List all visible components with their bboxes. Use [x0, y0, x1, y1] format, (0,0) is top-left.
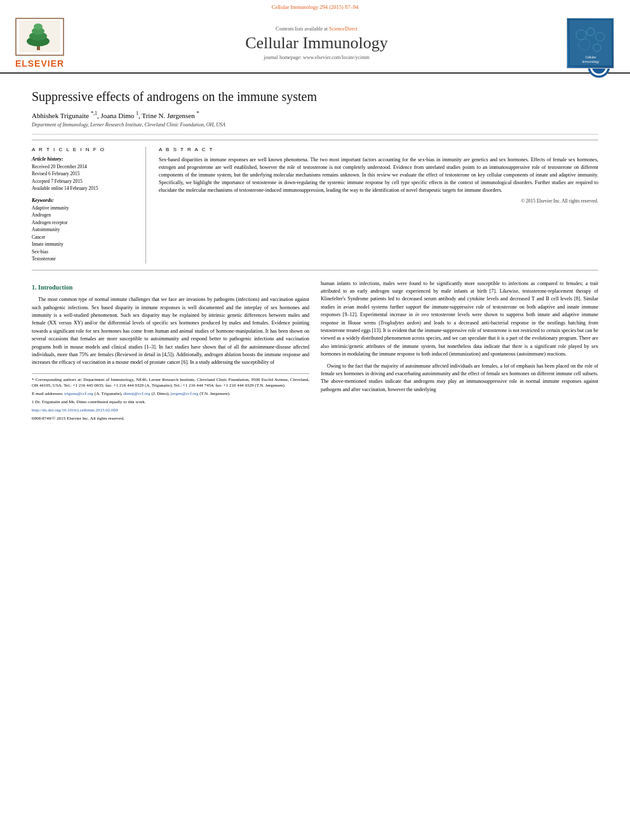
journal-cover-thumbnail: Cellular Immunology [566, 18, 617, 69]
history-label: Article history: [32, 156, 136, 162]
article-info: A R T I C L E I N F O Article history: R… [32, 147, 146, 263]
paper-content: ✓ Suppressive effects of androgens on th… [0, 74, 630, 423]
email-link-2[interactable]: dimoj@ccf.org [123, 391, 150, 396]
intro-heading: 1. Introduction [32, 283, 309, 293]
keyword-2: Androgen [32, 212, 136, 219]
article-info-label: A R T I C L E I N F O [32, 147, 136, 152]
article-info-abstract-section: A R T I C L E I N F O Article history: R… [32, 140, 598, 270]
doi-link[interactable]: http://dx.doi.org/10.1016/j.cellimm.2015… [32, 408, 117, 413]
body-column-left: 1. Introduction The most common type of … [32, 280, 309, 424]
paper-title: Suppressive effects of androgens on the … [32, 90, 598, 104]
science-direct-link[interactable]: ScienceDirect [329, 26, 358, 32]
science-direct-line: Contents lists available at ScienceDirec… [67, 26, 566, 32]
keywords-label: Keywords: [32, 197, 136, 203]
footnote-equal-contrib: 1 Dr. Trigunaite and Ms. Dimo contribute… [32, 399, 309, 406]
author-1: Abhishek Trigunaite *,1 [32, 112, 97, 119]
revised-date: Revised 6 February 2015 [32, 171, 136, 178]
footnote-email: E-mail addresses: triguna@ccf.org (A. Tr… [32, 391, 309, 397]
available-date: Available online 14 February 2015 [32, 185, 136, 192]
keyword-3: Androgen receptor [32, 220, 136, 227]
footnotes: * Corresponding authors at: Department o… [32, 373, 309, 422]
elsevier-text: ELSEVIER [15, 58, 64, 69]
journal-ref-text: Cellular Immunology 294 (2015) 87–94 [272, 4, 358, 10]
author-3: Trine N. Jørgensen * [142, 112, 199, 119]
keyword-4: Autoimmunity [32, 227, 136, 234]
elsevier-tree-icon [13, 17, 67, 58]
journal-homepage: journal homepage: www.elsevier.com/locat… [67, 55, 566, 60]
keyword-7: Sex-bias [32, 249, 136, 256]
copyright: © 2015 Elsevier Inc. All rights reserved… [159, 198, 598, 204]
abstract-section: A B S T R A C T Sex-based disparities in… [159, 147, 598, 263]
journal-header-center: Contents lists available at ScienceDirec… [67, 26, 566, 60]
email-link-1[interactable]: triguna@ccf.org [64, 391, 93, 396]
authors-line: Abhishek Trigunaite *,1, Joana Dimo 1, T… [32, 110, 598, 119]
intro-paragraph-2: human infants to infections, males were … [321, 280, 598, 359]
body-column-right: human infants to infections, males were … [321, 280, 598, 424]
svg-text:Immunology: Immunology [582, 60, 600, 63]
journal-cover-image: Cellular Immunology [566, 18, 614, 69]
intro-paragraph-3: Owing to the fact that the majority of a… [321, 363, 598, 394]
abstract-label: A B S T R A C T [159, 147, 598, 152]
accepted-date: Accepted 7 February 2015 [32, 178, 136, 185]
keyword-5: Cancer [32, 234, 136, 241]
separator [32, 134, 598, 135]
svg-text:Cellular: Cellular [585, 55, 596, 59]
footnote-issn: 0008-8749/© 2015 Elsevier Inc. All right… [32, 416, 309, 422]
journal-title: Cellular Immunology [67, 34, 566, 53]
keyword-8: Testosterone [32, 256, 136, 263]
intro-paragraph-1: The most common type of normal immune ch… [32, 296, 309, 367]
cover-svg: Cellular Immunology [568, 19, 613, 67]
journal-header: ELSEVIER Contents lists available at Sci… [0, 12, 630, 74]
affiliation: Department of Immunology, Lerner Researc… [32, 122, 598, 128]
footnote-corresponding: * Corresponding authors at: Department o… [32, 377, 309, 390]
main-body: 1. Introduction The most common type of … [32, 280, 598, 424]
abstract-text: Sex-based disparities in immune response… [159, 156, 598, 194]
author-2: Joana Dimo 1 [100, 112, 138, 119]
journal-reference-bar: Cellular Immunology 294 (2015) 87–94 [0, 0, 630, 12]
keyword-1: Adaptive immunity [32, 205, 136, 212]
footnote-doi: http://dx.doi.org/10.1016/j.cellimm.2015… [32, 408, 309, 414]
email-link-3[interactable]: jorgen@ccf.org [171, 391, 199, 396]
svg-point-5 [34, 23, 43, 30]
keyword-6: Innate immunity [32, 241, 136, 248]
elsevier-logo: ELSEVIER [13, 17, 67, 69]
received-date: Received 20 December 2014 [32, 164, 136, 171]
